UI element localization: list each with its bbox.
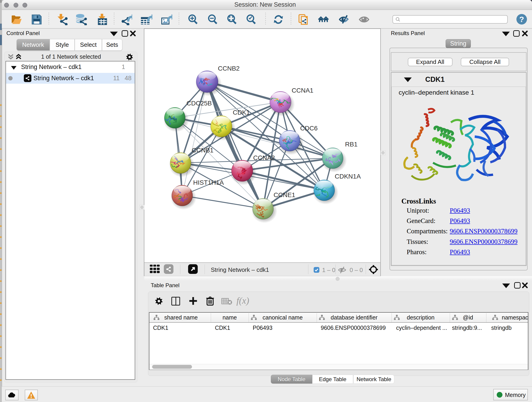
svg-text:CCNB2: CCNB2 [218,65,240,72]
svg-text:CDC25B: CDC25B [186,100,212,107]
svg-text:CDC6: CDC6 [300,125,317,132]
svg-text:HIST1H1A: HIST1H1A [193,179,224,186]
svg-text:CDK1: CDK1 [233,109,250,116]
svg-text:CCNA1: CCNA1 [292,87,313,94]
svg-text:CCNA2: CCNA2 [253,154,275,161]
svg-text:CDKN1A: CDKN1A [335,173,361,180]
svg-text:CCNE1: CCNE1 [273,191,295,198]
svg-text:RB1: RB1 [345,141,357,148]
svg-text:CCNB1: CCNB1 [192,147,214,154]
